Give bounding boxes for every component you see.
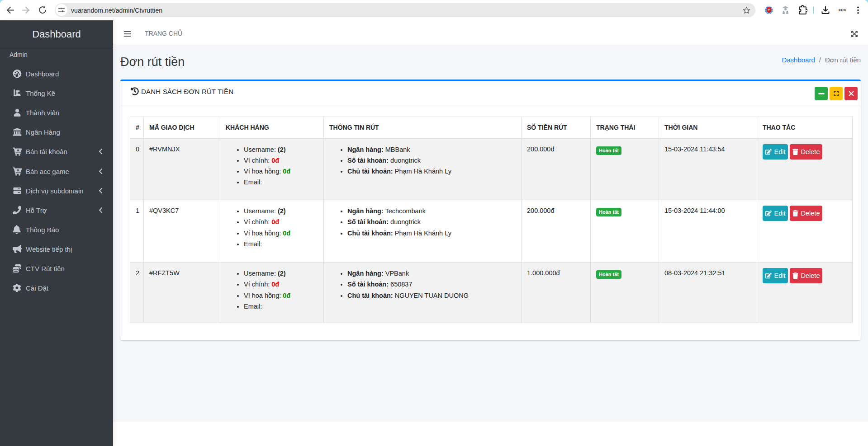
svg-text:T: T: [768, 8, 770, 12]
